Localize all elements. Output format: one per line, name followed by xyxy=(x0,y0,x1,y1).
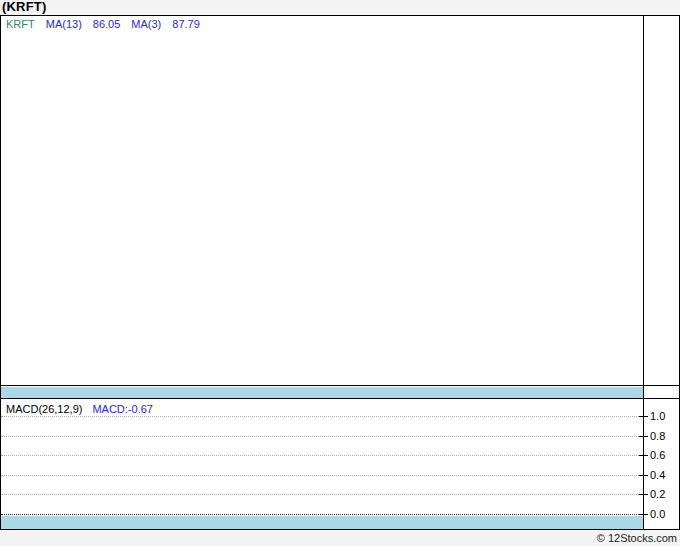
footer-bar: © 12Stocks.com xyxy=(0,530,680,546)
y-tick-label: 0.4 xyxy=(650,468,678,482)
ma3-value: 87.79 xyxy=(172,18,200,30)
gridline-0.8 xyxy=(1,436,643,437)
gridline-0.2 xyxy=(1,494,643,495)
gridline-zero xyxy=(1,514,643,515)
date-axis-strip-upper xyxy=(1,387,643,398)
ma3-label: MA(3) xyxy=(131,18,161,30)
y-axis-line xyxy=(643,16,644,529)
macd-params-label: MACD(26,12,9) xyxy=(6,403,82,415)
stock-chart-page: (KRFT) KRFTMA(13)86.05MA(3)87.79 MACD(26… xyxy=(0,0,680,546)
y-tick-mark xyxy=(639,514,648,515)
y-tick-mark xyxy=(639,475,648,476)
price-panel-bottom-border xyxy=(1,385,679,386)
ticker-symbol-label: KRFT xyxy=(6,18,35,30)
y-tick-mark xyxy=(639,416,648,417)
ma13-label: MA(13) xyxy=(46,18,82,30)
site-credit-link[interactable]: © 12Stocks.com xyxy=(597,531,677,545)
macd-value-label: MACD:-0.67 xyxy=(92,403,153,415)
title-bar: (KRFT) xyxy=(0,0,680,15)
date-axis-strip-lower xyxy=(1,516,643,529)
y-tick-mark xyxy=(639,494,648,495)
y-tick-label: 1.0 xyxy=(650,409,678,423)
page-title: (KRFT) xyxy=(2,0,47,14)
gridline-0.6 xyxy=(1,455,643,456)
y-tick-mark xyxy=(639,436,648,437)
price-chart-panel: KRFTMA(13)86.05MA(3)87.79 xyxy=(1,16,679,385)
y-tick-label: 0.0 xyxy=(650,507,678,521)
ma13-value: 86.05 xyxy=(93,18,121,30)
price-legend: KRFTMA(13)86.05MA(3)87.79 xyxy=(6,18,200,30)
gridline-1.0 xyxy=(1,416,643,417)
y-tick-label: 0.8 xyxy=(650,429,678,443)
macd-chart-panel: MACD(26,12,9)MACD:-0.67 xyxy=(1,399,679,529)
y-tick-label: 0.6 xyxy=(650,448,678,462)
gridline-0.4 xyxy=(1,475,643,476)
macd-legend: MACD(26,12,9)MACD:-0.67 xyxy=(6,403,153,415)
chart-frame: KRFTMA(13)86.05MA(3)87.79 MACD(26,12,9)M… xyxy=(0,15,680,530)
y-tick-mark xyxy=(639,455,648,456)
y-tick-label: 0.2 xyxy=(650,487,678,501)
